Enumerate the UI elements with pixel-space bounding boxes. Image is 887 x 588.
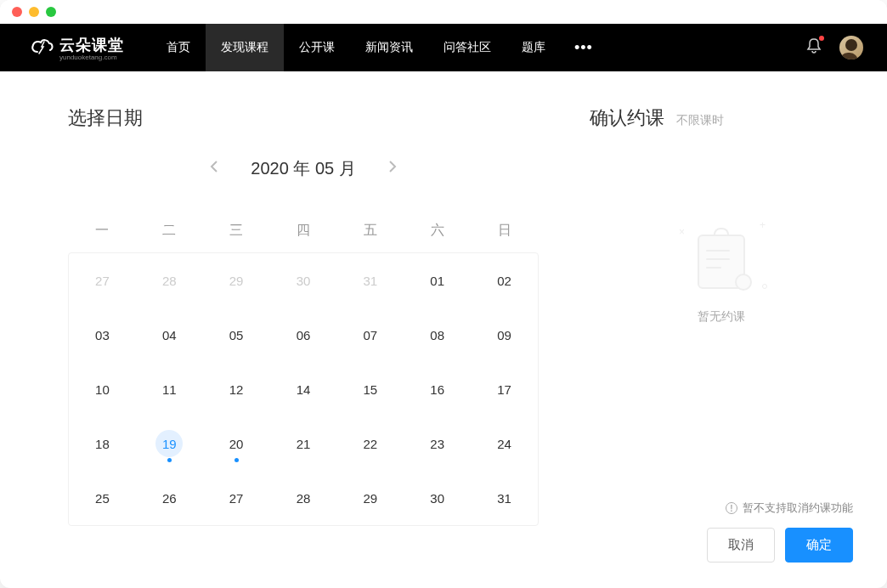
calendar-title: 选择日期	[68, 105, 539, 131]
event-indicator-icon	[167, 458, 172, 462]
confirm-button[interactable]: 确定	[785, 528, 853, 563]
window-titlebar	[0, 0, 887, 24]
nav-item-3[interactable]: 新闻资讯	[350, 24, 428, 71]
calendar-day[interactable]: 16	[404, 362, 471, 416]
calendar-day: 28	[136, 253, 203, 308]
calendar-day[interactable]: 26	[136, 471, 203, 525]
prev-month-button[interactable]	[205, 155, 223, 182]
nav-item-2[interactable]: 公开课	[284, 24, 350, 71]
weekday-header: 日	[471, 210, 538, 252]
calendar-day[interactable]: 19	[136, 416, 203, 471]
calendar-day[interactable]: 24	[471, 416, 538, 471]
info-icon: !	[726, 502, 737, 514]
weekday-header: 四	[270, 210, 337, 252]
calendar-day: 31	[336, 253, 404, 308]
cancel-button[interactable]: 取消	[707, 528, 775, 563]
maximize-window-icon[interactable]	[46, 7, 56, 17]
calendar-day[interactable]: 10	[69, 362, 136, 416]
chevron-right-icon	[388, 160, 397, 173]
empty-state: × + 暂无约课	[590, 224, 853, 325]
calendar-day[interactable]: 04	[136, 308, 203, 362]
clipboard-empty-icon: × +	[691, 224, 752, 292]
calendar-day[interactable]: 18	[69, 416, 136, 471]
logo-subtext: yunduoketang.com	[59, 54, 124, 61]
calendar-day: 29	[203, 253, 270, 308]
empty-state-text: 暂无约课	[590, 309, 853, 325]
event-indicator-icon	[234, 458, 239, 462]
calendar-day[interactable]: 31	[471, 471, 538, 525]
calendar-month-label: 2020 年 05 月	[251, 157, 355, 180]
nav-item-4[interactable]: 问答社区	[428, 24, 506, 71]
calendar-day[interactable]: 30	[404, 471, 471, 525]
calendar-day[interactable]: 01	[404, 253, 471, 308]
calendar-day[interactable]: 25	[69, 471, 136, 525]
warning-message: ! 暂不支持取消约课功能	[590, 500, 853, 516]
weekday-header: 六	[404, 210, 471, 252]
weekday-header: 五	[336, 210, 404, 252]
calendar-day[interactable]: 12	[203, 362, 270, 416]
topbar: 云朵课堂 yunduoketang.com 首页发现课程公开课新闻资讯问答社区题…	[0, 24, 887, 71]
calendar-day[interactable]: 29	[336, 471, 404, 525]
calendar-day[interactable]: 08	[404, 308, 471, 362]
confirm-subtitle: 不限课时	[676, 113, 724, 127]
calendar-day: 27	[69, 253, 136, 308]
nav-more-button[interactable]: •••	[561, 39, 607, 57]
warning-text: 暂不支持取消约课功能	[743, 500, 853, 516]
calendar-day[interactable]: 20	[203, 416, 270, 471]
nav-item-1[interactable]: 发现课程	[206, 24, 284, 71]
avatar[interactable]	[839, 36, 863, 59]
calendar-day: 30	[270, 253, 337, 308]
notifications-button[interactable]	[805, 37, 822, 58]
calendar-day[interactable]: 03	[69, 308, 136, 362]
next-month-button[interactable]	[383, 155, 402, 182]
calendar-day[interactable]: 05	[203, 308, 270, 362]
chevron-left-icon	[210, 160, 218, 173]
notification-badge	[819, 36, 824, 41]
calendar-day[interactable]: 21	[270, 416, 337, 471]
calendar-day[interactable]: 11	[136, 362, 203, 416]
nav-item-0[interactable]: 首页	[151, 24, 206, 71]
calendar-day[interactable]: 17	[471, 362, 538, 416]
logo-text: 云朵课堂	[59, 35, 124, 55]
weekday-header: 三	[203, 210, 270, 252]
close-window-icon[interactable]	[12, 7, 22, 17]
calendar-day[interactable]: 14	[270, 362, 337, 416]
calendar-day[interactable]: 28	[270, 471, 337, 525]
calendar-day[interactable]: 22	[336, 416, 404, 471]
weekday-header: 二	[136, 210, 203, 252]
calendar-header: 2020 年 05 月	[68, 155, 539, 182]
calendar-day[interactable]: 27	[203, 471, 270, 525]
calendar-day[interactable]: 09	[471, 308, 538, 362]
confirm-title: 确认约课	[590, 105, 664, 131]
calendar-day[interactable]: 15	[336, 362, 404, 416]
calendar-day[interactable]: 23	[404, 416, 471, 471]
cloud-icon	[31, 37, 54, 59]
nav-item-5[interactable]: 题库	[506, 24, 561, 71]
calendar-day[interactable]: 02	[471, 253, 538, 308]
calendar-day[interactable]: 07	[336, 308, 404, 362]
logo[interactable]: 云朵课堂 yunduoketang.com	[31, 35, 124, 61]
minimize-window-icon[interactable]	[29, 7, 39, 17]
calendar-day[interactable]: 06	[270, 308, 337, 362]
weekday-header: 一	[69, 210, 136, 252]
